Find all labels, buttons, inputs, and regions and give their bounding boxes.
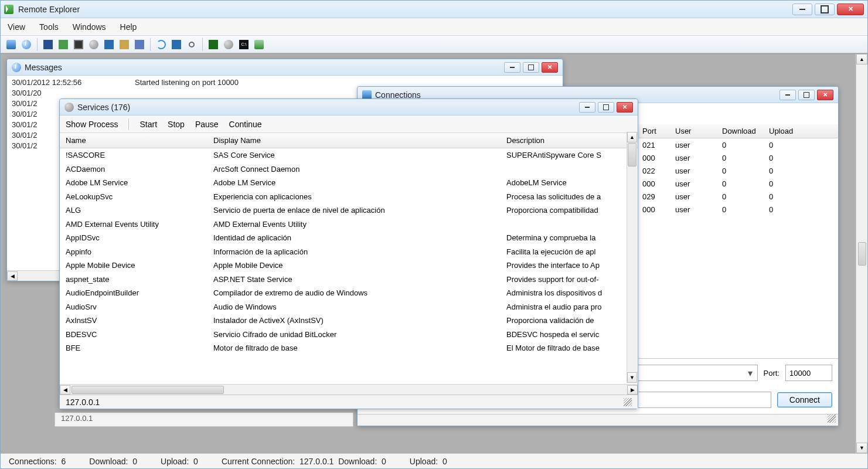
- service-row[interactable]: AeLookupSvcExperiencia con aplicacionesP…: [60, 190, 638, 204]
- cell-name: AxInstSV: [60, 316, 213, 325]
- scroll-left-icon[interactable]: ◀: [7, 271, 18, 281]
- service-row[interactable]: AudioEndpointBuilderCompilador de extrem…: [60, 286, 638, 300]
- services-minimize-button[interactable]: [579, 102, 595, 113]
- service-row[interactable]: ACDaemonArcSoft Connect Daemon: [60, 162, 638, 176]
- col-display-name[interactable]: Display Name: [213, 136, 506, 145]
- toolbar-search-icon[interactable]: [186, 39, 198, 50]
- col-upload[interactable]: Upload: [765, 127, 812, 135]
- cell-display: Información de la aplicación: [213, 247, 506, 256]
- scroll-up-icon[interactable]: ▲: [627, 132, 637, 142]
- maximize-button[interactable]: [815, 4, 835, 15]
- toolbar-btn-9[interactable]: [134, 39, 145, 50]
- service-row[interactable]: Apple Mobile DeviceApple Mobile DevicePr…: [60, 259, 638, 273]
- cell-name: AppIDSvc: [60, 233, 213, 242]
- services-vscroll[interactable]: ▲ ▼: [627, 132, 637, 383]
- service-row[interactable]: AudioSrvAudio de WindowsAdministra el au…: [60, 300, 638, 314]
- services-hscroll[interactable]: ◀ ▶: [60, 384, 638, 395]
- cell-port: 029: [639, 192, 672, 201]
- toolbar: C:\: [1, 36, 867, 53]
- services-body: Name Display Name Description !SASCORESA…: [60, 133, 638, 395]
- scroll-down-icon[interactable]: ▼: [856, 443, 867, 453]
- toolbar-btn-16[interactable]: [253, 39, 265, 50]
- menu-windows[interactable]: Windows: [73, 22, 106, 32]
- toolbar-btn-4[interactable]: [57, 39, 69, 50]
- mdi-area: ▲ ▼ Messages 30/01/2012 12:52:56Started …: [1, 53, 867, 453]
- services-statusbar: 127.0.0.1: [60, 395, 638, 409]
- services-close-button[interactable]: [617, 102, 633, 113]
- service-row[interactable]: BFEMotor de filtrado de baseEl Motor de …: [60, 341, 638, 355]
- menu-help[interactable]: Help: [120, 22, 137, 32]
- mdi-vscroll[interactable]: ▲ ▼: [856, 54, 867, 453]
- services-titlebar[interactable]: Services (176): [60, 99, 638, 115]
- messages-close-button[interactable]: [542, 62, 558, 73]
- toolbar-cmd-icon[interactable]: C:\: [238, 39, 250, 50]
- col-download[interactable]: Download: [719, 127, 765, 135]
- messages-maximize-button[interactable]: [523, 62, 539, 73]
- toolbar-btn-8[interactable]: [118, 39, 130, 50]
- connections-close-button[interactable]: [817, 90, 833, 100]
- service-row[interactable]: aspnet_stateASP.NET State ServiceProvide…: [60, 273, 638, 287]
- cell-user: user: [672, 154, 719, 162]
- messages-minimize-button[interactable]: [504, 62, 520, 73]
- connections-minimize-button[interactable]: [780, 90, 796, 100]
- minimize-button[interactable]: [792, 4, 812, 15]
- scroll-down-icon[interactable]: ▼: [627, 372, 637, 383]
- toolbar-btn-7[interactable]: [103, 39, 115, 50]
- cell-name: BDESVC: [60, 330, 213, 339]
- service-row[interactable]: AxInstSVInstalador de ActiveX (AxInstSV)…: [60, 314, 638, 328]
- services-window: Services (176) Show Process Start Stop P…: [59, 98, 638, 409]
- services-show-process[interactable]: Show Process: [66, 120, 118, 129]
- services-toolbar: Show Process Start Stop Pause Continue: [60, 115, 638, 133]
- toolbar-info-icon[interactable]: [21, 39, 32, 50]
- menu-tools[interactable]: Tools: [39, 22, 59, 32]
- connections-maximize-button[interactable]: [798, 90, 815, 100]
- service-row[interactable]: AppinfoInformación de la aplicaciónFacil…: [60, 245, 638, 259]
- services-start[interactable]: Start: [139, 120, 157, 129]
- col-user[interactable]: User: [672, 127, 719, 135]
- close-button[interactable]: [837, 4, 864, 15]
- toolbar-btn-11[interactable]: [171, 39, 182, 50]
- resize-grip-icon[interactable]: [624, 398, 632, 406]
- vscroll-thumb[interactable]: [628, 143, 636, 166]
- scroll-left-icon[interactable]: ◀: [60, 385, 70, 395]
- service-row[interactable]: ALGServicio de puerta de enlace de nivel…: [60, 203, 638, 217]
- toolbar-btn-14[interactable]: [223, 39, 234, 50]
- cell-port: 000: [639, 179, 672, 188]
- col-port[interactable]: Port: [639, 127, 672, 135]
- col-name[interactable]: Name: [60, 136, 213, 145]
- scroll-right-icon[interactable]: ▶: [627, 385, 638, 395]
- service-row[interactable]: AMD External Events UtilityAMD External …: [60, 217, 638, 232]
- connect-button[interactable]: Connect: [777, 392, 832, 407]
- menu-view[interactable]: View: [8, 22, 25, 32]
- services-maximize-button[interactable]: [598, 102, 614, 113]
- services-continue[interactable]: Continue: [229, 120, 262, 129]
- scroll-up-icon[interactable]: ▲: [856, 54, 867, 64]
- service-row[interactable]: BDESVCServicio Cifrado de unidad BitLock…: [60, 328, 638, 342]
- port-input[interactable]: 10000: [785, 365, 832, 381]
- toolbar-refresh-icon[interactable]: [155, 39, 167, 50]
- col-description[interactable]: Description: [506, 136, 638, 145]
- toolbar-connections-icon[interactable]: [5, 39, 17, 50]
- services-rows: !SASCORESAS Core ServiceSUPERAntiSpyware…: [60, 148, 638, 384]
- service-row[interactable]: !SASCORESAS Core ServiceSUPERAntiSpyware…: [60, 148, 638, 162]
- services-pause[interactable]: Pause: [195, 120, 219, 129]
- scroll-thumb[interactable]: [858, 242, 866, 266]
- toolbar-btn-13[interactable]: [207, 39, 219, 50]
- toolbar-btn-6[interactable]: [88, 39, 100, 50]
- resize-grip-icon[interactable]: [828, 414, 836, 423]
- status-current: Current Connection: 127.0.0.1 Download: …: [222, 457, 386, 466]
- cell-desc: Proporciona validación de: [506, 316, 638, 325]
- cell-display: Compilador de extremo de audio de Window…: [213, 288, 506, 297]
- messages-titlebar[interactable]: Messages: [7, 59, 563, 76]
- services-stop[interactable]: Stop: [168, 120, 185, 129]
- hscroll-thumb[interactable]: [72, 386, 224, 394]
- cell-display: Adobe LM Service: [213, 178, 506, 187]
- cell-display: Instalador de ActiveX (AxInstSV): [213, 316, 506, 325]
- service-row[interactable]: AppIDSvcIdentidad de aplicaciónDetermina…: [60, 231, 638, 245]
- cell-download: 0: [719, 154, 765, 162]
- toolbar-btn-5[interactable]: [73, 39, 84, 50]
- service-row[interactable]: Adobe LM ServiceAdobe LM ServiceAdobeLM …: [60, 176, 638, 190]
- messages-status: 127.0.0.1: [55, 413, 353, 427]
- cell-name: Appinfo: [60, 247, 213, 256]
- toolbar-btn-3[interactable]: [42, 39, 54, 50]
